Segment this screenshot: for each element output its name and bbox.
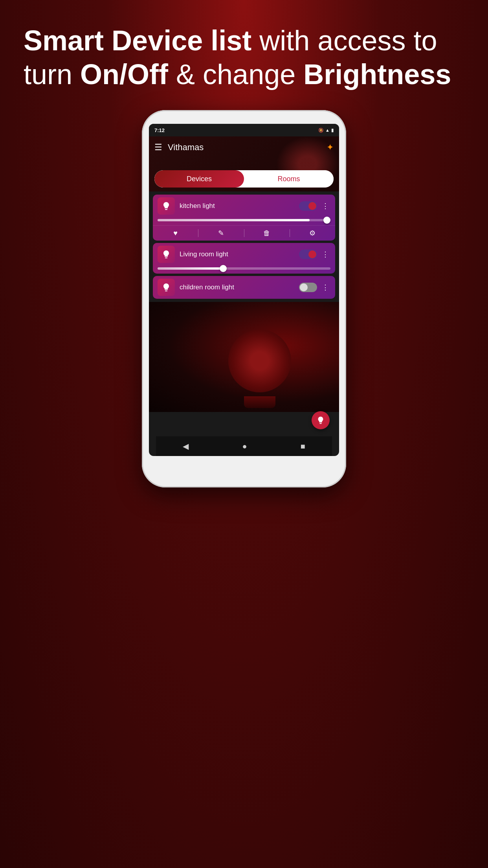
kitchen-action-row: ♥ ✎ 🗑 ⚙ [153, 225, 335, 241]
device-row-living: Living room light ⋮ [153, 243, 335, 266]
fab-bulb-icon [316, 416, 325, 425]
header-bold3: Brightness [303, 59, 451, 90]
kitchen-slider-fill [158, 219, 310, 221]
gear-icon: ⚙ [309, 229, 316, 237]
battery-icon: ▮ [331, 128, 334, 133]
device-card-kitchen: kitchen light ⋮ ♥ [153, 195, 335, 241]
app-title: Vithamas [168, 142, 327, 153]
settings-button[interactable]: ⚙ [290, 229, 335, 237]
header-bold2: On/Off [80, 59, 168, 90]
bluetooth-icon[interactable]: ✦ [327, 142, 334, 153]
device-row-children: children room light ⋮ [153, 276, 335, 299]
status-time: 7:12 [154, 127, 165, 133]
children-light-name: children room light [180, 283, 299, 291]
top-bar: ☰ Vithamas ✦ [149, 136, 339, 158]
heart-icon: ♥ [173, 229, 178, 237]
kitchen-light-icon-box [158, 197, 175, 215]
tab-rooms[interactable]: Rooms [244, 170, 334, 188]
kitchen-light-name: kitchen light [180, 202, 299, 210]
lamp-display-area [149, 302, 339, 412]
living-light-name: Living room light [180, 250, 299, 258]
recent-button[interactable]: ■ [301, 442, 305, 451]
children-toggle[interactable] [299, 283, 317, 292]
wifi-icon: ▲ [325, 128, 330, 132]
lamp-shape [220, 329, 299, 408]
device-list: kitchen light ⋮ ♥ [149, 191, 339, 302]
back-button[interactable]: ◀ [183, 441, 189, 451]
living-more-button[interactable]: ⋮ [320, 248, 330, 260]
living-slider-track [158, 267, 330, 270]
bulb-icon-kitchen [161, 201, 171, 211]
status-bar: 7:12 🔕 ▲ ▮ [149, 124, 339, 136]
living-toggle-switch[interactable] [299, 250, 317, 259]
living-light-icon-box [158, 246, 175, 263]
phone-screen: 7:12 🔕 ▲ ▮ ☰ Vithamas ✦ [149, 124, 339, 456]
bulb-icon-children [161, 283, 171, 292]
status-icons: 🔕 ▲ ▮ [318, 128, 334, 133]
device-card-living: Living room light ⋮ [153, 243, 335, 274]
children-toggle-switch[interactable] [299, 283, 317, 292]
kitchen-slider-track [158, 219, 330, 221]
device-card-children: children room light ⋮ [153, 276, 335, 299]
mute-icon: 🔕 [318, 128, 324, 133]
trash-icon: 🗑 [263, 229, 270, 237]
living-slider-fill [158, 267, 223, 270]
edit-icon: ✎ [218, 229, 224, 237]
living-slider-row [153, 266, 335, 274]
kitchen-toggle-switch[interactable] [299, 201, 317, 211]
hamburger-icon[interactable]: ☰ [154, 142, 162, 153]
lamp-circle [228, 329, 291, 392]
children-more-button[interactable]: ⋮ [320, 281, 330, 293]
header-text: Smart Device list with access to turn On… [24, 24, 464, 92]
header-bold1: Smart Device list [24, 25, 251, 56]
tab-selector: Devices Rooms [154, 170, 334, 188]
living-toggle[interactable] [299, 250, 317, 259]
tab-devices[interactable]: Devices [154, 170, 244, 188]
fab-add-button[interactable] [312, 411, 330, 429]
phone-physical-bottom [142, 456, 346, 487]
device-row-kitchen: kitchen light ⋮ [153, 195, 335, 217]
kitchen-slider-row [153, 217, 335, 225]
app-top-area: ☰ Vithamas ✦ Devices Rooms [149, 136, 339, 191]
edit-button[interactable]: ✎ [198, 229, 244, 237]
bulb-icon-living [161, 250, 171, 259]
home-button[interactable]: ● [242, 442, 247, 451]
living-slider-thumb[interactable] [220, 265, 227, 272]
children-light-icon-box [158, 279, 175, 296]
bottom-navigation: ◀ ● ■ [156, 436, 332, 456]
page-background: Smart Device list with access to turn On… [0, 0, 488, 868]
kitchen-slider-thumb[interactable] [323, 217, 330, 224]
kitchen-toggle[interactable] [299, 201, 317, 211]
lamp-base [244, 396, 275, 408]
favorite-button[interactable]: ♥ [153, 229, 198, 237]
kitchen-more-button[interactable]: ⋮ [320, 200, 330, 212]
delete-button[interactable]: 🗑 [244, 229, 290, 237]
phone-mockup: 7:12 🔕 ▲ ▮ ☰ Vithamas ✦ [142, 110, 346, 487]
